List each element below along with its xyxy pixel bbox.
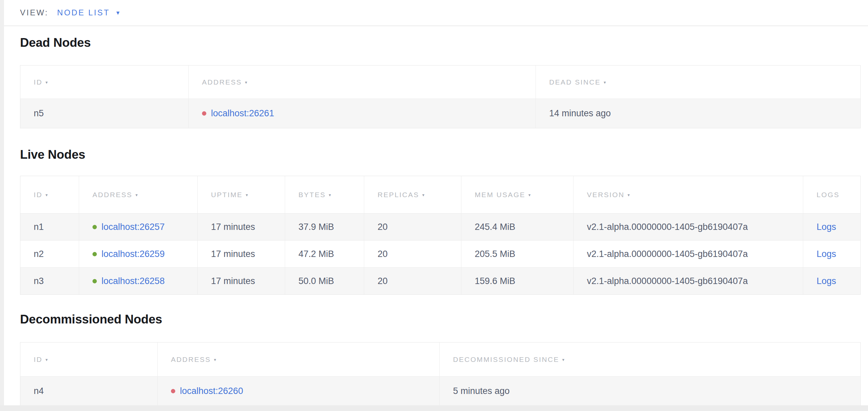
live-status-dot-icon bbox=[92, 279, 97, 283]
mem-usage-cell: 159.6 MiB bbox=[461, 268, 573, 294]
sort-arrow-icon: ▾ bbox=[245, 80, 247, 85]
live-status-dot-icon bbox=[92, 252, 97, 256]
decommissioned-since-cell: 5 minutes ago bbox=[439, 377, 860, 406]
node-address-link[interactable]: localhost:26259 bbox=[101, 249, 164, 259]
node-address-cell: localhost:26261 bbox=[188, 99, 535, 128]
logs-link[interactable]: Logs bbox=[816, 249, 836, 259]
view-bar: VIEW: NODE LIST ▼ bbox=[4, 0, 868, 26]
table-row: n4 localhost:26260 5 minutes ago bbox=[20, 376, 860, 406]
node-id-cell: n5 bbox=[20, 99, 188, 128]
logs-link[interactable]: Logs bbox=[816, 276, 836, 286]
node-id-cell: n4 bbox=[20, 377, 157, 406]
dead-since-cell: 14 minutes ago bbox=[535, 99, 860, 128]
column-header-label: LOGS bbox=[816, 191, 840, 199]
node-address-link[interactable]: localhost:26261 bbox=[211, 108, 274, 119]
column-header-label: REPLICAS bbox=[378, 191, 419, 199]
sort-arrow-icon: ▾ bbox=[329, 193, 331, 198]
dead-nodes-table: ID ▾ ADDRESS ▾ DEAD SINCE ▾ n5 localhost… bbox=[20, 65, 861, 128]
mem-usage-cell: 205.5 MiB bbox=[461, 241, 573, 267]
decommissioned-status-dot-icon bbox=[171, 389, 175, 393]
column-header-label: MEM USAGE bbox=[475, 191, 525, 199]
live-nodes-heading: Live Nodes bbox=[20, 147, 868, 162]
column-header-address[interactable]: ADDRESS ▾ bbox=[79, 176, 197, 213]
dead-status-dot-icon bbox=[202, 111, 206, 116]
uptime-cell: 17 minutes bbox=[197, 213, 285, 240]
sort-arrow-icon: ▾ bbox=[45, 357, 48, 362]
node-id-cell: n2 bbox=[20, 241, 79, 267]
column-header-id[interactable]: ID ▾ bbox=[20, 343, 157, 376]
column-header-label: ID bbox=[34, 78, 42, 86]
column-header-uptime[interactable]: UPTIME ▾ bbox=[197, 176, 285, 213]
dead-nodes-section: Dead Nodes ID ▾ ADDRESS ▾ DEAD SINCE ▾ n… bbox=[20, 35, 868, 128]
logs-link[interactable]: Logs bbox=[816, 222, 836, 232]
replicas-cell: 20 bbox=[364, 213, 461, 240]
table-row: n3 localhost:26258 17 minutes 50.0 MiB 2… bbox=[20, 267, 860, 294]
view-selector-dropdown[interactable]: NODE LIST ▼ bbox=[57, 8, 121, 18]
node-list-page: Dead Nodes ID ▾ ADDRESS ▾ DEAD SINCE ▾ n… bbox=[4, 35, 868, 406]
column-header-label: UPTIME bbox=[211, 191, 243, 199]
column-header-mem-usage[interactable]: MEM USAGE ▾ bbox=[461, 176, 573, 213]
view-selected-value: NODE LIST bbox=[57, 8, 110, 18]
live-nodes-section: Live Nodes ID ▾ ADDRESS ▾ UPTIME ▾ BYTES… bbox=[20, 147, 868, 295]
column-header-replicas[interactable]: REPLICAS ▾ bbox=[364, 176, 461, 213]
column-header-id[interactable]: ID ▾ bbox=[20, 65, 188, 98]
column-header-label: ID bbox=[34, 191, 42, 199]
sort-arrow-icon: ▾ bbox=[628, 193, 630, 198]
replicas-cell: 20 bbox=[364, 268, 461, 294]
sort-arrow-icon: ▾ bbox=[422, 193, 425, 198]
logs-cell: Logs bbox=[803, 213, 860, 240]
sort-arrow-icon: ▾ bbox=[214, 357, 216, 362]
dead-nodes-heading: Dead Nodes bbox=[20, 35, 868, 50]
live-nodes-table: ID ▾ ADDRESS ▾ UPTIME ▾ BYTES ▾ REPLICAS bbox=[20, 176, 861, 295]
column-header-label: ID bbox=[34, 355, 42, 363]
sort-arrow-icon: ▾ bbox=[135, 193, 138, 198]
decommissioned-nodes-heading: Decommissioned Nodes bbox=[20, 312, 868, 327]
left-edge-strip bbox=[0, 0, 4, 411]
logs-cell: Logs bbox=[803, 268, 860, 294]
column-header-address[interactable]: ADDRESS ▾ bbox=[188, 65, 535, 98]
node-id-cell: n1 bbox=[20, 213, 79, 240]
table-header-row: ID ▾ ADDRESS ▾ DECOMMISSIONED SINCE ▾ bbox=[20, 343, 860, 376]
node-address-link[interactable]: localhost:26258 bbox=[101, 276, 164, 286]
node-address-cell: localhost:26257 bbox=[79, 213, 197, 240]
column-header-label: VERSION bbox=[587, 191, 625, 199]
column-header-dead-since[interactable]: DEAD SINCE ▾ bbox=[535, 65, 860, 98]
decommissioned-nodes-section: Decommissioned Nodes ID ▾ ADDRESS ▾ DECO… bbox=[20, 312, 868, 406]
uptime-cell: 17 minutes bbox=[197, 241, 285, 267]
sort-arrow-icon: ▾ bbox=[45, 80, 48, 85]
column-header-address[interactable]: ADDRESS ▾ bbox=[157, 343, 439, 376]
sort-arrow-icon: ▾ bbox=[562, 357, 564, 362]
sort-arrow-icon: ▾ bbox=[603, 80, 606, 85]
bottom-strip bbox=[0, 405, 868, 411]
decommissioned-nodes-table: ID ▾ ADDRESS ▾ DECOMMISSIONED SINCE ▾ n4… bbox=[20, 342, 861, 406]
column-header-logs: LOGS bbox=[803, 176, 860, 213]
bytes-cell: 47.2 MiB bbox=[285, 241, 364, 267]
view-label: VIEW: bbox=[20, 8, 49, 18]
replicas-cell: 20 bbox=[364, 241, 461, 267]
sort-arrow-icon: ▾ bbox=[246, 193, 248, 198]
node-address-cell: localhost:26258 bbox=[79, 268, 197, 294]
table-header-row: ID ▾ ADDRESS ▾ UPTIME ▾ BYTES ▾ REPLICAS bbox=[20, 176, 860, 213]
column-header-bytes[interactable]: BYTES ▾ bbox=[285, 176, 364, 213]
node-address-cell: localhost:26260 bbox=[157, 377, 439, 406]
version-cell: v2.1-alpha.00000000-1405-gb6190407a bbox=[573, 268, 803, 294]
column-header-label: ADDRESS bbox=[171, 355, 211, 363]
column-header-version[interactable]: VERSION ▾ bbox=[573, 176, 803, 213]
version-cell: v2.1-alpha.00000000-1405-gb6190407a bbox=[573, 213, 803, 240]
version-cell: v2.1-alpha.00000000-1405-gb6190407a bbox=[573, 241, 803, 267]
node-address-link[interactable]: localhost:26257 bbox=[101, 222, 164, 232]
node-address-cell: localhost:26259 bbox=[79, 241, 197, 267]
column-header-label: DEAD SINCE bbox=[549, 78, 600, 86]
column-header-decommissioned-since[interactable]: DECOMMISSIONED SINCE ▾ bbox=[439, 343, 860, 376]
column-header-label: ADDRESS bbox=[202, 78, 242, 86]
node-address-link[interactable]: localhost:26260 bbox=[180, 386, 243, 396]
uptime-cell: 17 minutes bbox=[197, 268, 285, 294]
table-row: n5 localhost:26261 14 minutes ago bbox=[20, 98, 860, 128]
node-id-cell: n3 bbox=[20, 268, 79, 294]
bytes-cell: 37.9 MiB bbox=[285, 213, 364, 240]
column-header-label: BYTES bbox=[299, 191, 326, 199]
column-header-label: ADDRESS bbox=[92, 191, 132, 199]
mem-usage-cell: 245.4 MiB bbox=[461, 213, 573, 240]
table-row: n1 localhost:26257 17 minutes 37.9 MiB 2… bbox=[20, 213, 860, 240]
column-header-id[interactable]: ID ▾ bbox=[20, 176, 79, 213]
